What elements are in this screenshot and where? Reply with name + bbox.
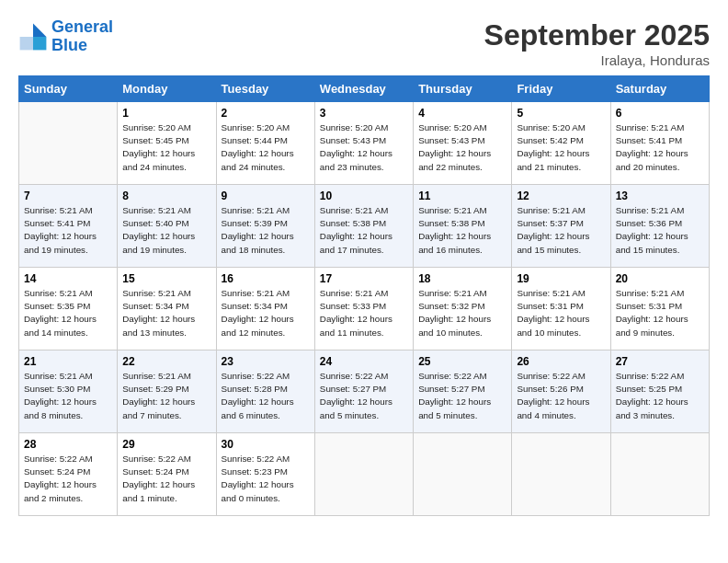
weekday-header: Tuesday [216, 76, 314, 102]
day-info: Sunrise: 5:21 AMSunset: 5:34 PMDaylight:… [222, 287, 310, 339]
day-info: Sunrise: 5:22 AMSunset: 5:25 PMDaylight:… [616, 370, 704, 422]
day-number: 22 [122, 355, 210, 368]
day-number: 24 [320, 355, 408, 368]
day-info: Sunrise: 5:22 AMSunset: 5:24 PMDaylight:… [24, 453, 112, 505]
calendar-cell [19, 102, 118, 185]
day-info: Sunrise: 5:20 AMSunset: 5:43 PMDaylight:… [418, 121, 506, 174]
day-info: Sunrise: 5:21 AMSunset: 5:30 PMDaylight:… [24, 370, 112, 422]
day-number: 13 [616, 190, 704, 202]
logo-icon [18, 22, 48, 52]
calendar-cell: 18Sunrise: 5:21 AMSunset: 5:32 PMDayligh… [414, 268, 512, 350]
day-number: 12 [517, 190, 605, 202]
calendar-cell: 29Sunrise: 5:22 AMSunset: 5:24 PMDayligh… [118, 433, 216, 516]
day-info: Sunrise: 5:21 AMSunset: 5:31 PMDaylight:… [616, 287, 704, 339]
calendar-cell: 4Sunrise: 5:20 AMSunset: 5:43 PMDaylight… [414, 102, 512, 185]
day-number: 3 [320, 107, 408, 120]
calendar-week-row: 14Sunrise: 5:21 AMSunset: 5:35 PMDayligh… [19, 268, 710, 350]
calendar-cell: 11Sunrise: 5:21 AMSunset: 5:38 PMDayligh… [414, 185, 512, 268]
calendar-week-row: 1Sunrise: 5:20 AMSunset: 5:45 PMDaylight… [19, 102, 710, 185]
weekday-header: Thursday [414, 76, 512, 102]
calendar-cell: 15Sunrise: 5:21 AMSunset: 5:34 PMDayligh… [118, 268, 216, 350]
calendar-cell: 2Sunrise: 5:20 AMSunset: 5:44 PMDaylight… [216, 102, 314, 185]
page-header: General Blue September 2025 Iralaya, Hon… [18, 18, 710, 68]
day-number: 20 [616, 272, 704, 285]
day-info: Sunrise: 5:20 AMSunset: 5:43 PMDaylight:… [320, 121, 408, 174]
day-info: Sunrise: 5:21 AMSunset: 5:38 PMDaylight:… [320, 204, 408, 257]
day-number: 5 [517, 107, 605, 120]
day-info: Sunrise: 5:20 AMSunset: 5:42 PMDaylight:… [517, 121, 605, 174]
calendar-cell [610, 433, 709, 516]
day-info: Sunrise: 5:20 AMSunset: 5:44 PMDaylight:… [222, 121, 310, 174]
day-info: Sunrise: 5:21 AMSunset: 5:41 PMDaylight:… [24, 204, 112, 257]
day-number: 9 [222, 190, 310, 202]
day-info: Sunrise: 5:21 AMSunset: 5:34 PMDaylight:… [122, 287, 210, 339]
day-number: 23 [222, 355, 310, 368]
calendar-cell: 21Sunrise: 5:21 AMSunset: 5:30 PMDayligh… [19, 350, 118, 433]
weekday-header-row: SundayMondayTuesdayWednesdayThursdayFrid… [19, 76, 710, 102]
calendar-cell: 28Sunrise: 5:22 AMSunset: 5:24 PMDayligh… [19, 433, 118, 516]
day-number: 26 [517, 355, 605, 368]
weekday-header: Wednesday [314, 76, 413, 102]
day-info: Sunrise: 5:21 AMSunset: 5:38 PMDaylight:… [418, 204, 506, 257]
day-info: Sunrise: 5:22 AMSunset: 5:23 PMDaylight:… [222, 453, 310, 505]
day-info: Sunrise: 5:21 AMSunset: 5:37 PMDaylight:… [517, 204, 605, 257]
day-info: Sunrise: 5:21 AMSunset: 5:36 PMDaylight:… [616, 204, 704, 257]
day-info: Sunrise: 5:22 AMSunset: 5:28 PMDaylight:… [222, 370, 310, 422]
day-info: Sunrise: 5:22 AMSunset: 5:24 PMDaylight:… [122, 453, 210, 505]
calendar-cell: 24Sunrise: 5:22 AMSunset: 5:27 PMDayligh… [314, 350, 413, 433]
day-number: 16 [222, 272, 310, 285]
calendar-cell: 23Sunrise: 5:22 AMSunset: 5:28 PMDayligh… [216, 350, 314, 433]
day-info: Sunrise: 5:21 AMSunset: 5:29 PMDaylight:… [122, 370, 210, 422]
calendar-cell: 13Sunrise: 5:21 AMSunset: 5:36 PMDayligh… [610, 185, 709, 268]
day-info: Sunrise: 5:21 AMSunset: 5:32 PMDaylight:… [418, 287, 506, 339]
month-title: September 2025 [484, 18, 710, 52]
weekday-header: Friday [512, 76, 610, 102]
weekday-header: Sunday [19, 76, 118, 102]
day-number: 17 [320, 272, 408, 285]
day-info: Sunrise: 5:21 AMSunset: 5:41 PMDaylight:… [616, 121, 704, 174]
calendar-cell: 27Sunrise: 5:22 AMSunset: 5:25 PMDayligh… [610, 350, 709, 433]
calendar-cell: 25Sunrise: 5:22 AMSunset: 5:27 PMDayligh… [414, 350, 512, 433]
svg-marker-0 [33, 23, 46, 36]
day-number: 10 [320, 190, 408, 202]
logo-text: General Blue [51, 18, 113, 55]
weekday-header: Saturday [610, 76, 709, 102]
day-number: 11 [418, 190, 506, 202]
calendar-cell: 12Sunrise: 5:21 AMSunset: 5:37 PMDayligh… [512, 185, 610, 268]
day-number: 27 [616, 355, 704, 368]
calendar-week-row: 7Sunrise: 5:21 AMSunset: 5:41 PMDaylight… [19, 185, 710, 268]
day-info: Sunrise: 5:20 AMSunset: 5:45 PMDaylight:… [122, 121, 210, 174]
day-info: Sunrise: 5:21 AMSunset: 5:40 PMDaylight:… [122, 204, 210, 257]
calendar-cell: 9Sunrise: 5:21 AMSunset: 5:39 PMDaylight… [216, 185, 314, 268]
day-info: Sunrise: 5:21 AMSunset: 5:35 PMDaylight:… [24, 287, 112, 339]
logo: General Blue [18, 18, 113, 55]
calendar-cell: 17Sunrise: 5:21 AMSunset: 5:33 PMDayligh… [314, 268, 413, 350]
day-number: 14 [24, 272, 112, 285]
location: Iralaya, Honduras [484, 52, 710, 68]
day-number: 15 [122, 272, 210, 285]
day-info: Sunrise: 5:22 AMSunset: 5:27 PMDaylight:… [418, 370, 506, 422]
calendar-cell: 1Sunrise: 5:20 AMSunset: 5:45 PMDaylight… [118, 102, 216, 185]
day-info: Sunrise: 5:21 AMSunset: 5:33 PMDaylight:… [320, 287, 408, 339]
calendar-cell: 6Sunrise: 5:21 AMSunset: 5:41 PMDaylight… [610, 102, 709, 185]
weekday-header: Monday [118, 76, 216, 102]
day-info: Sunrise: 5:21 AMSunset: 5:31 PMDaylight:… [517, 287, 605, 339]
calendar-week-row: 28Sunrise: 5:22 AMSunset: 5:24 PMDayligh… [19, 433, 710, 516]
calendar-cell: 10Sunrise: 5:21 AMSunset: 5:38 PMDayligh… [314, 185, 413, 268]
day-number: 18 [418, 272, 506, 285]
calendar-week-row: 21Sunrise: 5:21 AMSunset: 5:30 PMDayligh… [19, 350, 710, 433]
day-number: 29 [122, 438, 210, 451]
day-number: 8 [122, 190, 210, 202]
calendar-cell: 26Sunrise: 5:22 AMSunset: 5:26 PMDayligh… [512, 350, 610, 433]
title-block: September 2025 Iralaya, Honduras [484, 18, 710, 68]
calendar-cell: 30Sunrise: 5:22 AMSunset: 5:23 PMDayligh… [216, 433, 314, 516]
calendar-table: SundayMondayTuesdayWednesdayThursdayFrid… [18, 75, 710, 516]
calendar-cell: 5Sunrise: 5:20 AMSunset: 5:42 PMDaylight… [512, 102, 610, 185]
calendar-cell [314, 433, 413, 516]
svg-marker-1 [33, 37, 46, 50]
day-number: 4 [418, 107, 506, 120]
calendar-cell: 3Sunrise: 5:20 AMSunset: 5:43 PMDaylight… [314, 102, 413, 185]
calendar-cell: 14Sunrise: 5:21 AMSunset: 5:35 PMDayligh… [19, 268, 118, 350]
calendar-cell: 8Sunrise: 5:21 AMSunset: 5:40 PMDaylight… [118, 185, 216, 268]
calendar-cell: 16Sunrise: 5:21 AMSunset: 5:34 PMDayligh… [216, 268, 314, 350]
